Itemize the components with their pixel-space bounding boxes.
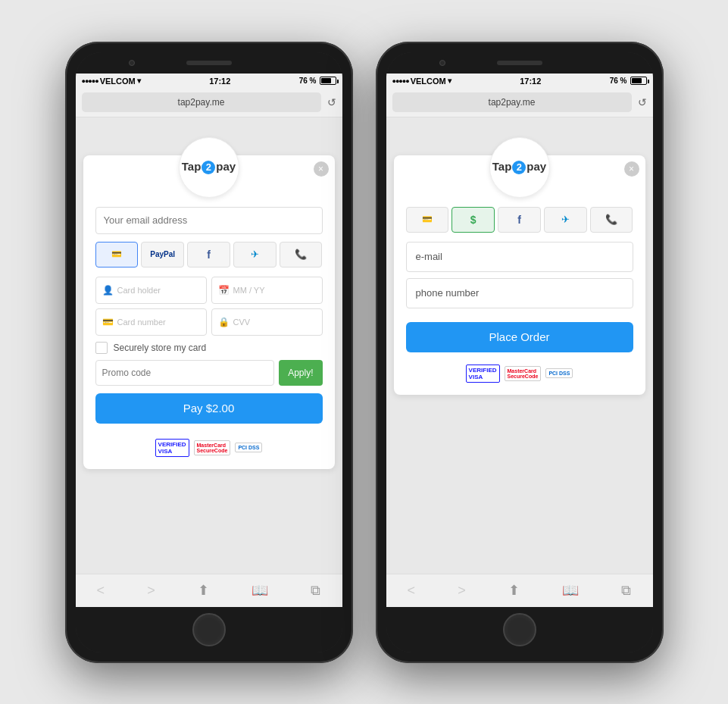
tab-facebook-1[interactable]: f (187, 242, 230, 268)
url-bar-1[interactable]: tap2pay.me (82, 92, 321, 112)
expiry-field[interactable]: 📅 MM / YY (211, 277, 323, 304)
phone-field-2[interactable] (406, 278, 633, 308)
bookmarks-btn-1[interactable]: 📖 (252, 582, 268, 599)
email-input-1[interactable] (95, 207, 323, 234)
card-number-icon: 💳 (102, 317, 114, 327)
browser-bar-2: tap2pay.me ↺ (386, 89, 653, 117)
status-bar-1: ●●●●● VELCOM ▾ 17:12 76 % (76, 74, 342, 89)
forward-btn-1[interactable]: > (147, 583, 155, 599)
close-btn-2[interactable]: × (624, 161, 639, 177)
phone-1: ●●●●● VELCOM ▾ 17:12 76 % tap (65, 42, 353, 663)
email-field-2[interactable] (406, 242, 633, 272)
page-content-1: × Tap2pay 💳 (76, 117, 342, 574)
tab-card-2[interactable]: 💳 (406, 207, 449, 233)
browser-nav-1: < > ⬆ 📖 ⧉ (76, 574, 342, 607)
tab-viber-1[interactable]: 📞 (280, 242, 323, 268)
tab-card-1[interactable]: 💳 (95, 242, 139, 268)
tabs-btn-1[interactable]: ⧉ (311, 583, 320, 599)
bookmarks-btn-2[interactable]: 📖 (562, 582, 579, 599)
screen-1: ●●●●● VELCOM ▾ 17:12 76 % tap (76, 74, 342, 607)
battery-icon (320, 77, 336, 85)
visa-badge: VERIFIEDVISA (155, 439, 189, 457)
card-holder-placeholder: Card holder (117, 286, 161, 295)
battery-pct: 76 % (299, 77, 317, 85)
viber-icon: 📞 (295, 249, 307, 260)
phone-top-bar-2 (386, 52, 653, 74)
payment-tabs-2: 💳 $ f ✈ 📞 (406, 207, 633, 233)
status-bar-2: ●●●●● VELCOM ▾ 17:12 76 % (386, 74, 653, 89)
tab-telegram-2[interactable]: ✈ (544, 207, 587, 233)
person-icon: 👤 (102, 285, 114, 296)
page-content-2: × Tap2pay 💳 (386, 117, 653, 574)
signal-dots: ●●●●● (82, 77, 98, 85)
telegram-icon: ✈ (251, 249, 259, 260)
logo-text-2: Tap2pay (492, 160, 546, 174)
pci-badge: PCI DSS (235, 443, 262, 452)
signal-dots-2: ●●●●● (392, 77, 409, 85)
card-form-bottom: 💳 Card number 🔒 CVV (95, 308, 323, 336)
promo-input[interactable] (95, 360, 275, 386)
phone-top-bar (76, 52, 342, 74)
wifi-icon-2: ▾ (448, 77, 451, 85)
secure-store-checkbox[interactable] (95, 342, 108, 354)
card-number-field[interactable]: 💳 Card number (95, 308, 207, 336)
logo-text-1: Tap2pay (182, 160, 236, 174)
url-bar-2[interactable]: tap2pay.me (392, 92, 632, 112)
reload-btn-1[interactable]: ↺ (327, 96, 336, 108)
home-button-2[interactable] (503, 613, 536, 646)
pci-badge-2: PCI DSS (545, 368, 573, 378)
home-btn-area-1 (76, 607, 342, 652)
secure-store-label: Securely store my card (114, 343, 207, 353)
cash-icon: $ (470, 214, 476, 226)
forward-btn-2[interactable]: > (458, 583, 466, 599)
phone-2: ●●●●● VELCOM ▾ 17:12 76 % tap (376, 42, 664, 663)
card-number-placeholder: Card number (117, 318, 166, 327)
place-order-btn[interactable]: Place Order (406, 322, 633, 352)
pay-btn[interactable]: Pay $2.00 (95, 393, 323, 424)
time-label-2: 17:12 (520, 77, 541, 86)
tab-telegram-1[interactable]: ✈ (233, 242, 277, 268)
mastercard-badge: MasterCardSecureCode (194, 440, 231, 455)
expiry-placeholder: MM / YY (233, 286, 265, 295)
calendar-icon: 📅 (218, 285, 230, 296)
close-btn-1[interactable]: × (314, 161, 329, 177)
browser-nav-2: < > ⬆ 📖 ⧉ (386, 574, 653, 607)
carrier-label: VELCOM (100, 77, 136, 86)
browser-bar-1: tap2pay.me ↺ (76, 89, 342, 117)
tab-viber-2[interactable]: 📞 (590, 207, 633, 233)
back-btn-1[interactable]: < (97, 583, 105, 599)
security-logos-2: VERIFIEDVISA MasterCardSecureCode PCI DS… (406, 365, 633, 383)
logo-circle-1: Tap2pay (179, 137, 239, 198)
security-logos-1: VERIFIEDVISA MasterCardSecureCode PCI DS… (95, 439, 323, 457)
facebook-icon: f (207, 249, 211, 261)
mastercard-badge-2: MasterCardSecureCode (505, 366, 542, 381)
camera-2 (439, 60, 445, 66)
logo-circle-2: Tap2pay (489, 137, 550, 198)
card-holder-field[interactable]: 👤 Card holder (95, 277, 207, 304)
card-icon-2: 💳 (422, 214, 433, 224)
share-btn-2[interactable]: ⬆ (508, 582, 520, 599)
screen-2: ●●●●● VELCOM ▾ 17:12 76 % tap (386, 74, 653, 607)
tabs-btn-2[interactable]: ⧉ (621, 583, 631, 599)
payment-card-1: × Tap2pay 💳 (83, 155, 335, 469)
reload-btn-2[interactable]: ↺ (638, 96, 647, 108)
lock-icon: 🔒 (218, 317, 230, 327)
speaker (186, 61, 232, 65)
home-button-1[interactable] (192, 613, 226, 646)
back-btn-2[interactable]: < (408, 583, 416, 599)
share-btn-1[interactable]: ⬆ (198, 582, 209, 599)
telegram-icon-2: ✈ (561, 214, 570, 225)
wifi-icon: ▾ (137, 77, 141, 85)
card-form-top: 👤 Card holder 📅 MM / YY (95, 277, 323, 304)
promo-row: Apply! (95, 360, 323, 386)
tab-cash-2[interactable]: $ (451, 207, 495, 233)
time-label: 17:12 (209, 77, 230, 86)
tab-paypal-1[interactable]: PayPal (141, 242, 184, 268)
facebook-icon-2: f (517, 214, 521, 226)
cvv-field[interactable]: 🔒 CVV (211, 308, 323, 336)
battery-icon-2 (630, 77, 647, 85)
camera (129, 60, 135, 66)
apply-btn[interactable]: Apply! (279, 360, 322, 386)
tab-facebook-2[interactable]: f (498, 207, 541, 233)
carrier-label-2: VELCOM (411, 77, 446, 86)
